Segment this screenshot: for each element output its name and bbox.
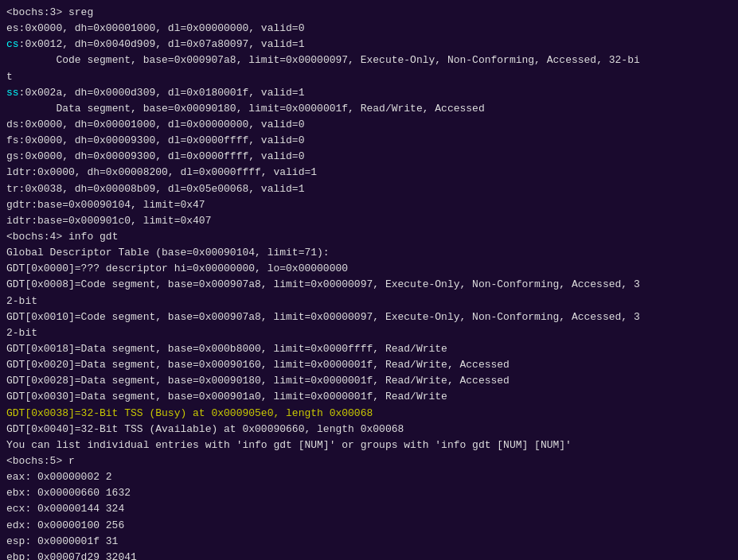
terminal-line: Data segment, base=0x00090180, limit=0x0… (6, 101, 732, 117)
cs-register: cs (6, 38, 19, 50)
terminal-line: GDT[0x0020]=Data segment, base=0x0009016… (6, 357, 732, 373)
terminal-line: Code segment, base=0x000907a8, limit=0x0… (6, 52, 732, 68)
terminal-line: esp: 0x0000001f 31 (6, 534, 732, 550)
terminal-line: idtr:base=0x000901c0, limit=0x407 (6, 213, 732, 229)
terminal-line: tr:0x0038, dh=0x00008b09, dl=0x05e00068,… (6, 181, 732, 197)
terminal-content: <bochs:3> sreges:0x0000, dh=0x00001000, … (6, 5, 732, 560)
ss-register: ss (6, 87, 19, 99)
terminal-line: Global Descriptor Table (base=0x00090104… (6, 245, 732, 261)
terminal-line: gdtr:base=0x00090104, limit=0x47 (6, 197, 732, 213)
terminal-line: <bochs:5> r (6, 453, 732, 469)
terminal-line: t (6, 69, 732, 85)
terminal-line: <bochs:4> info gdt (6, 229, 732, 245)
terminal-window: <bochs:3> sreges:0x0000, dh=0x00001000, … (0, 0, 738, 560)
terminal-line: ds:0x0000, dh=0x00001000, dl=0x00000000,… (6, 117, 732, 133)
terminal-line: GDT[0x0030]=Data segment, base=0x000901a… (6, 389, 732, 405)
terminal-line: edx: 0x00000100 256 (6, 518, 732, 534)
terminal-line: GDT[0x0018]=Data segment, base=0x000b800… (6, 341, 732, 357)
terminal-line: GDT[0x0000]=??? descriptor hi=0x00000000… (6, 261, 732, 277)
terminal-line: ecx: 0x00000144 324 (6, 501, 732, 517)
terminal-line: GDT[0x0008]=Code segment, base=0x000907a… (6, 277, 732, 293)
terminal-line: cs:0x0012, dh=0x0040d909, dl=0x07a80097,… (6, 37, 732, 52)
terminal-line: ebx: 0x00000660 1632 (6, 485, 732, 501)
terminal-line: ss:0x002a, dh=0x0000d309, dl=0x0180001f,… (6, 85, 732, 101)
terminal-line: GDT[0x0040]=32-Bit TSS (Available) at 0x… (6, 422, 732, 438)
terminal-line: GDT[0x0038]=32-Bit TSS (Busy) at 0x00090… (6, 406, 732, 422)
terminal-line: ebp: 0x00007d29 32041 (6, 550, 732, 560)
terminal-line: ldtr:0x0000, dh=0x00008200, dl=0x0000fff… (6, 165, 732, 181)
terminal-line: eax: 0x00000002 2 (6, 469, 732, 485)
terminal-line: 2-bit (6, 325, 732, 341)
terminal-line: GDT[0x0010]=Code segment, base=0x000907a… (6, 309, 732, 325)
terminal-line: GDT[0x0028]=Data segment, base=0x0009018… (6, 373, 732, 389)
terminal-line: 2-bit (6, 294, 732, 309)
terminal-line: fs:0x0000, dh=0x00009300, dl=0x0000ffff,… (6, 133, 732, 149)
terminal-line: gs:0x0000, dh=0x00009300, dl=0x0000ffff,… (6, 149, 732, 165)
terminal-line: es:0x0000, dh=0x00001000, dl=0x00000000,… (6, 21, 732, 37)
terminal-line: <bochs:3> sreg (6, 5, 732, 21)
terminal-line: You can list individual entries with 'in… (6, 438, 732, 453)
